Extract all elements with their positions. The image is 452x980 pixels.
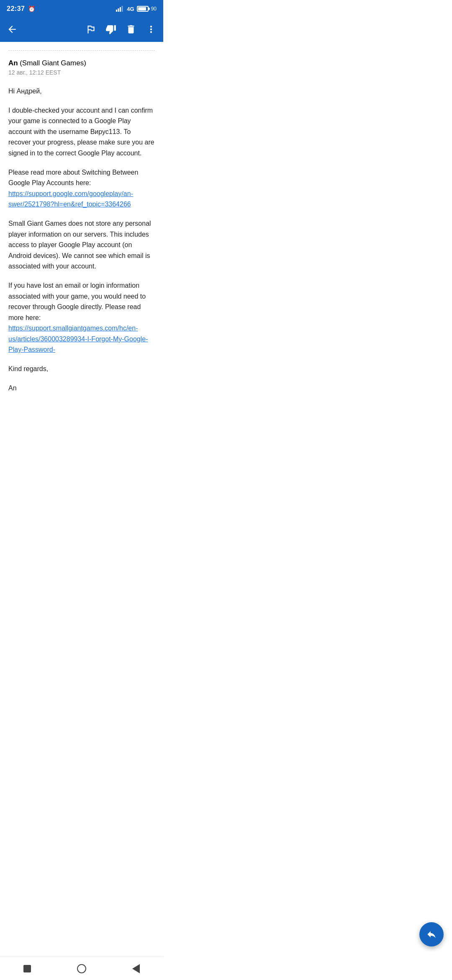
forward-icon[interactable] — [85, 24, 96, 35]
svg-rect-1 — [118, 8, 119, 12]
email-body: Hi Андрей, I double-checked your account… — [8, 86, 155, 393]
status-right: 4G 90 — [116, 6, 157, 12]
toolbar-actions — [85, 24, 157, 35]
sender-name: An — [8, 59, 18, 67]
battery-level: 90 — [151, 6, 157, 12]
small-giant-link[interactable]: https://support.smallgiantgames.com/hc/e… — [8, 325, 148, 353]
email-paragraph-1: I double-checked your account and I can … — [8, 105, 155, 159]
email-content: An (Small Giant Games) 12 авг., 12:12 EE… — [0, 42, 163, 410]
battery-fill — [138, 7, 146, 10]
alarm-icon: ⏰ — [28, 5, 35, 12]
toolbar — [0, 17, 163, 42]
svg-rect-3 — [122, 6, 123, 12]
sender-company: (Small Giant Games) — [20, 59, 86, 67]
email-header: An (Small Giant Games) 12 авг., 12:12 EE… — [8, 59, 155, 76]
email-paragraph-2: Please read more about Switching Between… — [8, 167, 155, 210]
dislike-icon[interactable] — [105, 24, 116, 35]
back-arrow-icon — [7, 24, 18, 35]
sender-info: An (Small Giant Games) — [8, 59, 155, 67]
back-button[interactable] — [7, 24, 18, 35]
status-time: 22:37 — [7, 5, 25, 13]
email-divider — [8, 50, 155, 51]
trash-icon[interactable] — [126, 24, 136, 35]
status-bar: 22:37 ⏰ 4G 90 — [0, 0, 163, 17]
email-greeting: Hi Андрей, — [8, 86, 155, 97]
email-regards: Kind regards, — [8, 364, 155, 374]
email-signature: An — [8, 383, 155, 394]
email-paragraph-4: If you have lost an email or login infor… — [8, 280, 155, 355]
more-options-icon[interactable] — [146, 24, 157, 35]
network-type: 4G — [127, 6, 134, 12]
google-play-link[interactable]: https://support.google.com/googleplay/an… — [8, 190, 133, 208]
svg-rect-2 — [120, 7, 121, 12]
email-date: 12 авг., 12:12 EEST — [8, 69, 155, 76]
signal-icon — [116, 6, 124, 12]
status-left: 22:37 ⏰ — [7, 5, 35, 13]
battery-icon — [137, 6, 149, 12]
email-paragraph-3: Small Giant Games does not store any per… — [8, 218, 155, 272]
svg-rect-0 — [116, 10, 117, 12]
